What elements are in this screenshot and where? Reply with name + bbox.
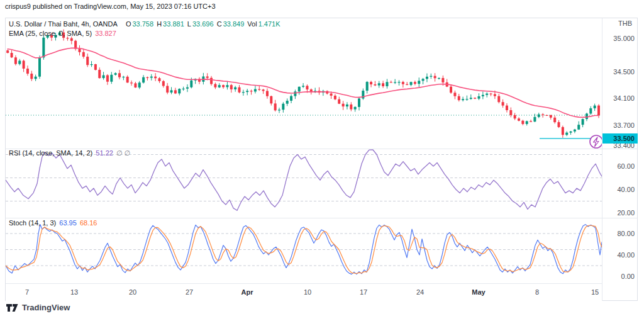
- price-tick-label: 33.700: [613, 121, 635, 129]
- stoch-d-value: 68.16: [80, 219, 97, 227]
- symbol-title: U.S. Dollar / Thai Baht, 4h, OANDA: [9, 20, 118, 28]
- rsi-value: 51.22: [96, 149, 113, 157]
- volume-label: Vol: [247, 20, 257, 28]
- rsi-label: RSI (14, close, SMA, 14, 2): [9, 149, 92, 157]
- low-value: 33.696: [192, 20, 214, 28]
- time-tick-label: 20: [129, 288, 136, 296]
- open-value: 33.758: [132, 20, 153, 28]
- ema-label: EMA (25, close, 0, SMA, 5): [9, 30, 92, 37]
- chart-plot[interactable]: [6, 18, 602, 302]
- alert-price-badge: 33.500: [602, 133, 638, 144]
- chart-container: U.S. Dollar / Thai Baht, 4h, OANDA O33.7…: [5, 18, 638, 301]
- time-tick-label: 10: [304, 288, 311, 296]
- tradingview-watermark[interactable]: TradingView: [6, 303, 70, 312]
- stoch-tick-label: 0.00: [621, 273, 635, 280]
- time-tick-label: 13: [70, 288, 78, 296]
- tradingview-logo-icon: [6, 304, 18, 312]
- rsi-legend[interactable]: RSI (14, close, SMA, 14, 2) 51.22 ∅ ∅: [9, 149, 131, 157]
- price-tick-label: 35.000: [613, 35, 635, 42]
- rsi-tick-label: 60.00: [617, 162, 635, 170]
- rsi-tick-label: 40.00: [617, 186, 635, 193]
- close-label: C: [217, 20, 222, 28]
- price-tick-label: 34.500: [613, 68, 635, 76]
- symbol-legend[interactable]: U.S. Dollar / Thai Baht, 4h, OANDA O33.7…: [9, 20, 282, 28]
- time-tick-label: 8: [535, 288, 539, 296]
- pane-separator[interactable]: [6, 218, 637, 218]
- low-label: L: [187, 20, 191, 28]
- stoch-tick-label: 80.00: [617, 230, 635, 237]
- rsi-tick-label: 20.00: [617, 209, 635, 217]
- price-scale[interactable]: THB 33.500 35.00034.50034.10033.70033.40…: [602, 18, 638, 301]
- time-tick-label: 27: [186, 288, 193, 296]
- rsi-extra-params: ∅ ∅: [116, 149, 130, 157]
- open-label: O: [126, 20, 131, 28]
- ema-line: [8, 48, 599, 117]
- time-tick-label: 17: [360, 288, 367, 296]
- alert-lightning-icon[interactable]: [590, 135, 602, 148]
- stoch-legend[interactable]: Stoch (14, 1, 3) 63.95 68.16: [9, 219, 98, 227]
- high-value: 33.881: [163, 20, 184, 28]
- ema-legend[interactable]: EMA (25, close, 0, SMA, 5) 33.827: [9, 30, 118, 37]
- stoch-label: Stoch (14, 1, 3): [9, 219, 56, 227]
- ema-value: 33.827: [95, 30, 116, 37]
- time-tick-label: Apr: [242, 288, 253, 296]
- stoch-tick-label: 40.00: [617, 251, 635, 259]
- candlestick-series: [6, 30, 600, 138]
- time-tick-label: 7: [25, 288, 29, 296]
- time-scale[interactable]: 7132027Apr101724May815: [6, 283, 602, 302]
- watermark-text: TradingView: [22, 303, 70, 312]
- high-label: H: [157, 20, 162, 28]
- published-byline: crispus9 published on TradingView.com, M…: [5, 3, 216, 10]
- time-tick-label: May: [472, 288, 485, 296]
- screenshot-page: crispus9 published on TradingView.com, M…: [0, 0, 644, 316]
- stoch-k-value: 63.95: [59, 219, 77, 227]
- close-value: 33.849: [223, 20, 245, 28]
- time-tick-label: 24: [416, 288, 424, 296]
- time-tick-label: 15: [591, 288, 599, 296]
- currency-label: THB: [618, 20, 632, 27]
- price-tick-label: 34.100: [613, 94, 635, 102]
- volume-value: 1.471K: [258, 20, 280, 28]
